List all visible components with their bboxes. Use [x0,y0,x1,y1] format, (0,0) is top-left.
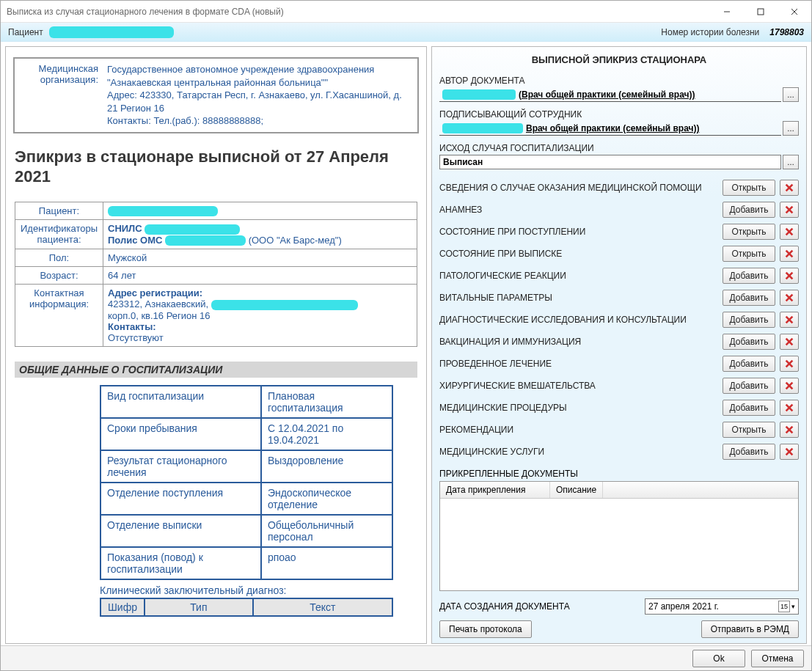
hosp-section-title: ОБЩИЕ ДАННЫЕ О ГОСПИТАЛИЗАЦИИ [15,362,417,378]
open-button[interactable]: Открыть [723,224,775,240]
send-remd-button[interactable]: Отправить в РЭМД [701,620,799,638]
section-row: ПАТОЛОГИЧЕСКИЕ РЕАКЦИИДобавить [439,265,799,287]
delete-icon [784,183,794,193]
section-label: ДИАГНОСТИЧЕСКИЕ ИССЛЕДОВАНИЯ И КОНСУЛЬТА… [439,315,723,325]
close-button[interactable] [778,1,811,23]
patient-k: Пациент: [15,202,103,220]
author-value: (Врач общей практики (семейный врач)) [519,89,695,100]
diag-col-type: Тип [145,598,253,616]
org-contacts: Контакты: Тел.(раб.): 88888888888; [107,115,263,126]
author-browse-button[interactable]: … [783,87,799,102]
add-button[interactable]: Добавить [723,356,775,372]
delete-button[interactable] [780,378,799,394]
hosp-row-key: Сроки пребывания [100,418,261,450]
author-input-row: (Врач общей практики (семейный врач)) … [439,87,799,102]
section-label: ВИТАЛЬНЫЕ ПАРАМЕТРЫ [439,293,723,303]
delete-button[interactable] [780,356,799,372]
delete-icon [784,403,794,413]
calendar-icon: 15 [778,601,790,612]
date-label: ДАТА СОЗДАНИЯ ДОКУМЕНТА [439,601,645,612]
contacts-none: Отсутствуют [108,332,164,343]
section-label: СОСТОЯНИЕ ПРИ ВЫПИСКЕ [439,249,723,259]
section-label: ПАТОЛОГИЧЕСКИЕ РЕАКЦИИ [439,271,723,281]
outcome-input-row: Выписан … [439,155,799,169]
org-address: Адрес: 423330, Татарстан Респ, г. Азнака… [107,89,402,114]
section-row: ДИАГНОСТИЧЕСКИЕ ИССЛЕДОВАНИЯ И КОНСУЛЬТА… [439,309,799,331]
add-button[interactable]: Добавить [723,312,775,328]
document-scroll[interactable]: Медицинская организация: Государственное… [6,47,426,643]
hosp-row-value: рпоао [261,547,392,579]
outcome-browse-button[interactable]: … [783,155,799,169]
attachments-header: Дата прикрепления Описание [440,482,798,499]
add-button[interactable]: Добавить [723,202,775,218]
form-inner: ВЫПИСНОЙ ЭПИКРИЗ СТАЦИОНАРА АВТОР ДОКУМЕ… [432,47,806,643]
add-button[interactable]: Добавить [723,334,775,350]
org-name: Государственное автономное учреждение зд… [107,64,374,88]
org-value: Государственное автономное учреждение зд… [103,59,417,132]
polis-org: (ООО "Ак Барс-мед") [249,235,342,246]
add-button[interactable]: Добавить [723,400,775,416]
add-button[interactable]: Добавить [723,378,775,394]
add-button[interactable]: Добавить [723,268,775,284]
open-button[interactable]: Открыть [723,180,775,196]
date-value: 27 апреля 2021 г. [648,601,719,612]
add-button[interactable]: Добавить [723,444,775,460]
delete-button[interactable] [780,290,799,306]
section-row: ВИТАЛЬНЫЕ ПАРАМЕТРЫДобавить [439,287,799,309]
hosp-row-value: Плановая госпитализация [261,386,392,418]
contacts-head: Контакты: [108,321,156,332]
outcome-field[interactable]: Выписан [439,155,781,169]
section-row: СОСТОЯНИЕ ПРИ ПОСТУПЛЕНИИОткрыть [439,221,799,243]
form-title: ВЫПИСНОЙ ЭПИКРИЗ СТАЦИОНАРА [439,54,799,65]
delete-button[interactable] [780,268,799,284]
outcome-label: ИСХОД СЛУЧАЯ ГОСПИТАЛИЗАЦИИ [439,143,799,153]
delete-button[interactable] [780,202,799,218]
org-label: Медицинская организация: [15,59,103,132]
delete-button[interactable] [780,246,799,262]
signer-input-row: Врач общей практики (семейный врач)) … [439,121,799,136]
delete-button[interactable] [780,180,799,196]
patient-name-redacted [49,26,174,38]
delete-button[interactable] [780,422,799,438]
section-label: ХИРУРГИЧЕСКИЕ ВМЕШАТЕЛЬСТВА [439,381,723,391]
open-button[interactable]: Открыть [723,422,775,438]
attachments-table[interactable]: Дата прикрепления Описание [439,481,799,591]
contact-v: Адрес регистрации: 423312, Азнакаевский,… [103,285,417,347]
delete-button[interactable] [780,312,799,328]
patient-v [103,202,417,220]
section-row: СОСТОЯНИЕ ПРИ ВЫПИСКЕОткрыть [439,243,799,265]
author-field[interactable]: (Врач общей практики (семейный врач)) [439,87,781,102]
diagnosis-caption: Клинический заключительный диагноз: [100,584,420,596]
hosp-row-value: Выздоровление [261,450,392,483]
minimize-button[interactable] [710,1,744,23]
diag-col-code: Шифр [100,598,145,616]
section-label: СОСТОЯНИЕ ПРИ ПОСТУПЛЕНИИ [439,227,723,237]
section-label: ПРОВЕДЕННОЕ ЛЕЧЕНИЕ [439,359,723,369]
delete-button[interactable] [780,400,799,416]
add-button[interactable]: Добавить [723,290,775,306]
hosp-row-key: Вид госпитализации [100,386,261,418]
titlebar: Выписка из случая стационарного лечения … [1,1,811,23]
section-row: РЕКОМЕНДАЦИИОткрыть [439,419,799,441]
date-picker[interactable]: 27 апреля 2021 г. 15 ▾ [645,598,799,615]
delete-button[interactable] [780,334,799,350]
hospitalization-table: Вид госпитализацииПлановая госпитализаци… [100,385,393,580]
age-k: Возраст: [15,267,103,285]
hosp-row-value: Общебольничный персонал [261,515,392,547]
section-label: АНАМНЕЗ [439,205,723,215]
delete-icon [784,381,794,391]
main-area: Медицинская организация: Государственное… [1,42,811,645]
open-button[interactable]: Открыть [723,246,775,262]
bottom-buttons: Печать протокола Отправить в РЭМД [439,620,799,638]
delete-button[interactable] [780,444,799,460]
hosp-row-key: Показания (повод) к госпитализации [100,547,261,579]
maximize-icon [757,8,764,15]
signer-browse-button[interactable]: … [783,121,799,136]
print-protocol-button[interactable]: Печать протокола [439,620,532,638]
ok-button[interactable]: Ok [692,650,745,667]
cancel-button[interactable]: Отмена [751,650,804,667]
maximize-button[interactable] [744,1,778,23]
document-title: Эпикриз в стационаре выписной от 27 Апре… [15,147,417,187]
signer-field[interactable]: Врач общей практики (семейный врач)) [439,121,781,136]
delete-button[interactable] [780,224,799,240]
